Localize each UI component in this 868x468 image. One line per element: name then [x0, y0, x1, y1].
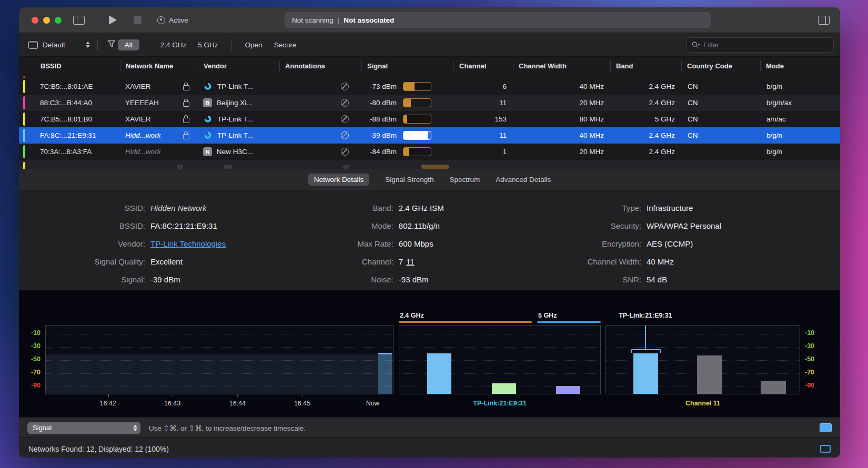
- signal-bar: [427, 353, 451, 394]
- signal-cell: -39 dBm: [361, 131, 453, 140]
- network-color-stripe: [23, 113, 25, 126]
- bssid-label: BSSID:: [19, 221, 145, 230]
- max-rate-value: 600 Mbps: [399, 239, 433, 248]
- channel-width-value: 40 MHz: [647, 257, 674, 266]
- traffic-lights: [32, 17, 62, 24]
- display-mode-icon[interactable]: [820, 423, 832, 432]
- signal-bar: [761, 381, 786, 394]
- scan-mode-control[interactable]: Active: [157, 16, 188, 24]
- dbm-tick-label: -30: [31, 342, 41, 350]
- snr-label: SNR:: [544, 275, 641, 284]
- signal-strength-bar: [403, 98, 431, 107]
- column-channel[interactable]: Channel: [453, 60, 513, 71]
- signal-history-plot[interactable]: [45, 325, 393, 394]
- vendor-cell: TP-Link T...: [198, 82, 279, 91]
- close-window-button[interactable]: [32, 17, 38, 24]
- signal-strength-bar: [403, 115, 431, 124]
- band-value: 2.4 GHz ISM: [399, 204, 444, 212]
- annotations-cell: [279, 148, 361, 156]
- profile-selector[interactable]: Default: [28, 41, 90, 49]
- channel-signal-plot[interactable]: [605, 325, 800, 394]
- table-row[interactable]: 7C:B5:...8:01:AE XAVIER TP-Link T... -73…: [19, 78, 840, 95]
- type-label: Type:: [544, 204, 641, 212]
- time-tick-label: 16:43: [164, 400, 180, 407]
- filter-2-4ghz-button[interactable]: 2.4 GHz: [160, 41, 187, 49]
- tab-network-details[interactable]: Network Details: [308, 174, 370, 186]
- chart-options-bar: Signal Use ⇧⌘. or ⇧⌘, to increase/decrea…: [19, 418, 840, 438]
- annotations-cell: [279, 115, 361, 123]
- monitor-icon[interactable]: [820, 445, 831, 453]
- selected-bar-bracket: [631, 349, 661, 353]
- signal-strength-bar: [403, 147, 431, 156]
- table-row-selected[interactable]: FA:8C:...21:E9:31 Hidd...work TP-Link T.…: [19, 127, 840, 144]
- scanning-status: Not scanning: [292, 16, 334, 24]
- chart-metric-select[interactable]: Signal: [27, 422, 140, 434]
- time-tick-label: 16:44: [229, 400, 246, 407]
- network-name-cell: YEEEEAH: [120, 99, 198, 107]
- no-annotation-icon: [341, 148, 349, 156]
- signal-quality-value: Excellent: [150, 257, 183, 266]
- column-channel-width[interactable]: Channel Width: [513, 60, 610, 71]
- column-bssid[interactable]: BSSID: [35, 60, 120, 71]
- start-scan-icon[interactable]: [109, 15, 117, 25]
- channel-link[interactable]: 11: [406, 257, 415, 266]
- channel-width-cell: 40 MHz: [513, 131, 610, 139]
- column-annotations[interactable]: Annotations: [279, 60, 361, 71]
- signal-cell: -80 dBm: [361, 98, 453, 107]
- column-band[interactable]: Band: [610, 60, 681, 71]
- band-cell: 2.4 GHz: [610, 131, 681, 139]
- zoom-window-button[interactable]: [55, 17, 62, 24]
- divider: [97, 39, 98, 50]
- channel-cell: 153: [453, 115, 513, 123]
- network-color-stripe: [23, 129, 25, 142]
- table-row[interactable]: 70:3A:...8:A3:FA Hidd...work NNew H3C...…: [19, 144, 840, 160]
- profile-name: Default: [43, 41, 65, 49]
- table-row[interactable]: 7C:B5:...8:01:B0 XAVIER TP-Link T... -88…: [19, 111, 840, 127]
- divider: [147, 39, 147, 50]
- bssid-cell: 70:3A:...8:A3:FA: [35, 148, 120, 156]
- channel-cell: 11: [453, 99, 513, 107]
- bssid-cell: 7C:B5:...8:01:B0: [35, 115, 120, 123]
- stop-scan-icon[interactable]: [134, 16, 142, 24]
- right-panel-toggle-icon[interactable]: [818, 16, 830, 25]
- band-label: Band:: [288, 204, 393, 212]
- ssid-label: SSID:: [19, 204, 145, 212]
- column-vendor[interactable]: Vendor: [198, 60, 279, 71]
- band-cell: 2.4 GHz: [610, 148, 681, 156]
- filter-open-button[interactable]: Open: [245, 41, 263, 49]
- signal-dbm: -88 dBm: [370, 115, 397, 123]
- networks-found-status: Networks Found: 12, Displayed: 12 (100%): [28, 445, 169, 453]
- column-mode[interactable]: Mode: [760, 60, 840, 71]
- signal-strength-bar: [403, 82, 431, 91]
- tab-advanced-details[interactable]: Advanced Details: [496, 176, 551, 184]
- filter-secure-button[interactable]: Secure: [274, 41, 297, 49]
- charts-panel: -10-30-50-70-90 16:4216:4316:4416:45Now …: [19, 290, 840, 418]
- security-label: Security:: [544, 221, 641, 230]
- mode-label: Mode:: [288, 221, 393, 230]
- vendor-cell: TP-Link T...: [198, 115, 279, 124]
- column-color[interactable]: [19, 60, 35, 71]
- minimize-window-button[interactable]: [43, 17, 50, 24]
- network-name-cell: XAVIER: [120, 115, 198, 123]
- security-value: WPA/WPA2 Personal: [647, 221, 721, 230]
- tab-signal-strength[interactable]: Signal Strength: [385, 176, 433, 184]
- vendor-link[interactable]: TP-Link Technologies: [150, 239, 226, 248]
- tab-spectrum[interactable]: Spectrum: [450, 176, 480, 184]
- column-signal[interactable]: Signal: [361, 60, 453, 71]
- callout-network-label: TP-Link:21:E9:31: [619, 312, 672, 319]
- table-header: BSSID Network Name Vendor Annotations Si…: [19, 57, 840, 75]
- tp-link-logo-icon: [203, 115, 213, 124]
- status-bar: Networks Found: 12, Displayed: 12 (100%): [19, 438, 840, 457]
- filter-5ghz-button[interactable]: 5 GHz: [198, 41, 218, 49]
- time-tick-label: 16:45: [294, 400, 310, 407]
- profile-stepper-icon: [86, 42, 90, 48]
- search-filter-field[interactable]: Filter: [687, 37, 834, 53]
- filter-all-button[interactable]: All: [118, 39, 139, 50]
- signal-cell: -73 dBm: [361, 82, 453, 91]
- column-country-code[interactable]: Country Code: [681, 60, 760, 71]
- column-network-name[interactable]: Network Name: [120, 60, 198, 71]
- table-row[interactable]: 88:C3:...B:44:A0 YEEEEAH BBeijing Xi... …: [19, 95, 840, 111]
- left-sidebar-toggle-icon[interactable]: [73, 16, 85, 25]
- network-color-stripe: [23, 96, 25, 109]
- band-signal-plot[interactable]: [399, 325, 601, 394]
